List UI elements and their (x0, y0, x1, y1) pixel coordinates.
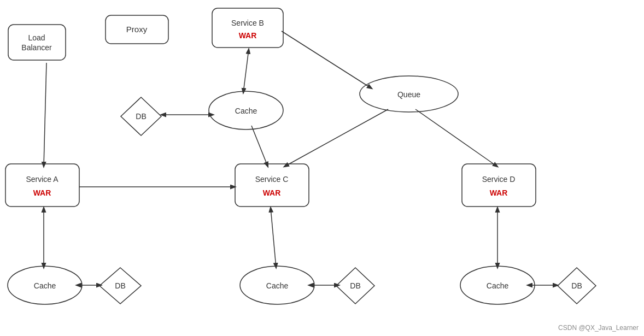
service-d-label: Service D (482, 175, 516, 184)
svg-line-2 (282, 31, 372, 89)
db-c-label: DB (350, 281, 360, 290)
cache-d-label: Cache (487, 281, 509, 290)
service-a-label: Service A (26, 175, 58, 184)
svg-rect-22 (235, 164, 309, 207)
svg-rect-23 (462, 164, 536, 207)
watermark: CSDN @QX_Java_Learner (558, 324, 639, 332)
svg-line-10 (271, 208, 276, 268)
cache-top-label: Cache (235, 107, 257, 115)
svg-rect-21 (5, 164, 79, 207)
db-d-label: DB (571, 281, 582, 290)
svg-line-1 (243, 49, 249, 93)
svg-rect-14 (8, 25, 66, 60)
svg-line-4 (284, 109, 388, 167)
svg-rect-17 (212, 8, 283, 48)
load-balancer-label: Load (28, 33, 45, 42)
db-a-label: DB (115, 281, 125, 290)
service-c-label: Service C (255, 175, 289, 184)
cache-c-label: Cache (266, 281, 289, 290)
service-c-war: WAR (263, 188, 281, 197)
service-b-label: Service B (231, 19, 264, 27)
cache-a-label: Cache (34, 281, 56, 290)
svg-line-0 (44, 63, 46, 167)
service-b-war: WAR (239, 31, 257, 40)
queue-label: Queue (397, 90, 420, 99)
db-top-label: DB (136, 112, 146, 121)
service-d-war: WAR (490, 188, 508, 197)
svg-line-6 (251, 126, 268, 167)
svg-text:Balancer: Balancer (21, 43, 52, 52)
proxy-label: Proxy (126, 25, 148, 34)
svg-line-5 (415, 109, 497, 167)
service-a-war: WAR (33, 188, 51, 197)
